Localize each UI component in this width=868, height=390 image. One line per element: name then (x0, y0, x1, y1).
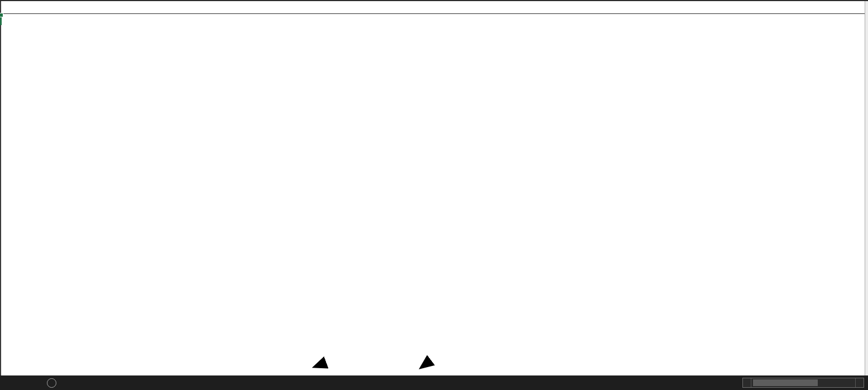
scroll-left-icon[interactable] (743, 378, 751, 387)
new-sheet-button[interactable] (47, 378, 56, 388)
pane-left-edge (0, 1, 1, 375)
spreadsheet-app (0, 0, 868, 390)
vertical-scrollbar-sliver[interactable] (865, 1, 868, 375)
horizontal-scrollbar-thumb[interactable] (753, 379, 818, 386)
selected-row-indicator (0, 14, 2, 25)
scroll-right-icon[interactable] (855, 378, 864, 387)
header-row (0, 1, 868, 14)
worksheet-grid (0, 0, 868, 375)
tabbar-right-controls (735, 378, 868, 388)
horizontal-scrollbar[interactable] (742, 378, 864, 388)
sheet-tab-bar (0, 375, 868, 390)
